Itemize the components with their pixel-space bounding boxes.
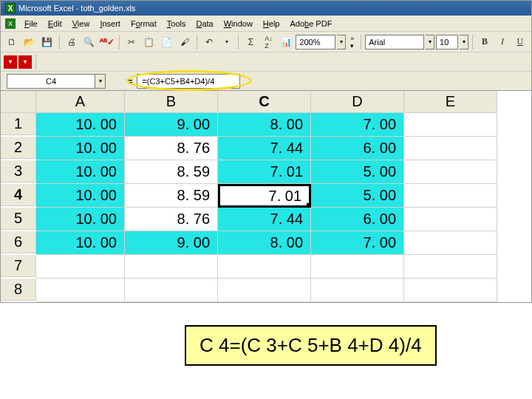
format-painter-icon[interactable]: 🖌 — [177, 34, 193, 50]
formula-callout: C 4=(C 3+C 5+B 4+D 4)/4 — [185, 325, 437, 366]
italic-button[interactable]: I — [494, 34, 511, 50]
cell-a4[interactable]: 10. 00 — [36, 184, 125, 208]
row-header-4[interactable]: 4 — [1, 184, 36, 206]
cell-d7[interactable] — [311, 255, 404, 279]
cell-b1[interactable]: 9. 00 — [125, 113, 218, 137]
sort-icon[interactable]: A↓Z — [260, 34, 276, 50]
open-icon[interactable]: 📂 — [21, 34, 38, 50]
cell-c3[interactable]: 7. 01 — [218, 160, 311, 184]
col-header-a[interactable]: A — [36, 91, 125, 113]
underline-button[interactable]: U — [512, 34, 528, 50]
row-header-6[interactable]: 6 — [1, 231, 36, 253]
autosum-icon[interactable]: Σ — [242, 34, 259, 50]
bold-button[interactable]: B — [477, 34, 493, 50]
cell-a8[interactable] — [36, 279, 125, 302]
col-header-c[interactable]: C — [218, 91, 311, 113]
name-box-input[interactable]: C4 — [7, 74, 95, 89]
zoom-input[interactable]: 200% — [296, 35, 335, 50]
menu-adobe-pdf[interactable]: Adobe PDF — [285, 18, 336, 30]
pdf-convert-icon[interactable]: ▾ — [4, 55, 17, 69]
menu-insert[interactable]: Insert — [95, 18, 125, 30]
toolbar-pdf: ▾ ▾ — [1, 52, 531, 72]
formula-input[interactable]: =(C3+C5+B4+D4)/4 — [137, 74, 240, 89]
cell-a1[interactable]: 10. 00 — [36, 113, 125, 137]
cell-d5[interactable]: 6. 00 — [311, 208, 404, 231]
toolbar-expand-icon[interactable]: »▾ — [347, 35, 357, 50]
copy-icon[interactable]: 📋 — [141, 34, 157, 50]
cell-c7[interactable] — [218, 255, 311, 279]
col-header-e[interactable]: E — [404, 91, 497, 113]
font-size-input[interactable]: 10 — [436, 35, 458, 50]
menubar: X File Edit View Insert Format Tools Dat… — [1, 16, 531, 32]
equals-label: = — [128, 77, 132, 86]
save-icon[interactable]: 💾 — [39, 34, 55, 50]
name-box-dropdown-icon[interactable]: ▾ — [95, 74, 106, 89]
cell-c6[interactable]: 8. 00 — [218, 231, 311, 255]
cell-b6[interactable]: 9. 00 — [125, 231, 218, 255]
cell-d1[interactable]: 7. 00 — [311, 113, 404, 137]
new-icon[interactable]: 🗋 — [4, 34, 20, 50]
formula-bar: C4 ▾ = =(C3+C5+B4+D4)/4 — [1, 72, 531, 91]
cell-e5[interactable] — [404, 208, 497, 231]
menu-file[interactable]: File — [20, 18, 42, 30]
cell-b7[interactable] — [125, 255, 218, 279]
cell-e4[interactable] — [404, 184, 497, 208]
cell-d6[interactable]: 7. 00 — [311, 231, 404, 255]
cell-c8[interactable] — [218, 279, 311, 302]
excel-app-icon: X — [5, 3, 16, 13]
cell-d4[interactable]: 5. 00 — [311, 184, 404, 208]
cut-icon[interactable]: ✂ — [123, 34, 140, 50]
cell-a5[interactable]: 10. 00 — [36, 208, 125, 231]
cell-a7[interactable] — [36, 255, 125, 279]
cell-b3[interactable]: 8. 59 — [125, 160, 218, 184]
cell-e7[interactable] — [404, 255, 497, 279]
menu-edit[interactable]: Edit — [44, 18, 66, 30]
cell-b4[interactable]: 8. 59 — [125, 184, 218, 208]
col-header-d[interactable]: D — [311, 91, 404, 113]
cell-e8[interactable] — [404, 279, 497, 302]
font-dropdown-icon[interactable]: ▾ — [426, 35, 434, 50]
pdf-email-icon[interactable]: ▾ — [18, 55, 32, 69]
menu-window[interactable]: Window — [219, 18, 257, 30]
cell-c2[interactable]: 7. 44 — [218, 137, 311, 160]
font-input[interactable]: Arial — [365, 35, 424, 50]
cell-b5[interactable]: 8. 76 — [125, 208, 218, 231]
row-header-8[interactable]: 8 — [1, 279, 36, 301]
select-all-corner[interactable] — [1, 91, 36, 113]
row-header-5[interactable]: 5 — [1, 208, 36, 230]
cell-e1[interactable] — [404, 113, 497, 137]
cell-c1[interactable]: 8. 00 — [218, 113, 311, 137]
cell-e6[interactable] — [404, 231, 497, 255]
menu-format[interactable]: Format — [126, 18, 161, 30]
cell-a2[interactable]: 10. 00 — [36, 137, 125, 160]
menu-tools[interactable]: Tools — [163, 18, 191, 30]
row-header-2[interactable]: 2 — [1, 137, 36, 159]
cell-b2[interactable]: 8. 76 — [125, 137, 218, 160]
cell-e3[interactable] — [404, 160, 497, 184]
menu-view[interactable]: View — [68, 18, 95, 30]
print-icon[interactable]: 🖨 — [64, 34, 80, 50]
font-size-dropdown-icon[interactable]: ▾ — [460, 35, 468, 50]
cell-a3[interactable]: 10. 00 — [36, 160, 125, 184]
cell-a6[interactable]: 10. 00 — [36, 231, 125, 255]
chart-icon[interactable]: 📊 — [278, 34, 294, 50]
cell-d3[interactable]: 5. 00 — [311, 160, 404, 184]
col-header-b[interactable]: B — [125, 91, 218, 113]
menu-data[interactable]: Data — [191, 18, 217, 30]
cell-e2[interactable] — [404, 137, 497, 160]
cell-d8[interactable] — [311, 279, 404, 302]
spell-icon[interactable]: ᴬᴮ✓ — [99, 34, 115, 50]
cell-c5[interactable]: 7. 44 — [218, 208, 311, 231]
undo-dropdown-icon[interactable]: ▾ — [219, 34, 235, 50]
row-header-3[interactable]: 3 — [1, 160, 36, 183]
undo-icon[interactable]: ↶ — [201, 34, 217, 50]
cell-c4-selected[interactable]: 7. 01 — [218, 184, 311, 208]
paste-icon[interactable]: 📄 — [159, 34, 175, 50]
row-header-7[interactable]: 7 — [1, 255, 36, 277]
preview-icon[interactable]: 🔍 — [81, 34, 98, 50]
cell-b8[interactable] — [125, 279, 218, 302]
cell-d2[interactable]: 6. 00 — [311, 137, 404, 160]
row-header-1[interactable]: 1 — [1, 113, 36, 135]
menu-help[interactable]: Help — [259, 18, 284, 30]
zoom-dropdown-icon[interactable]: ▾ — [337, 35, 346, 50]
